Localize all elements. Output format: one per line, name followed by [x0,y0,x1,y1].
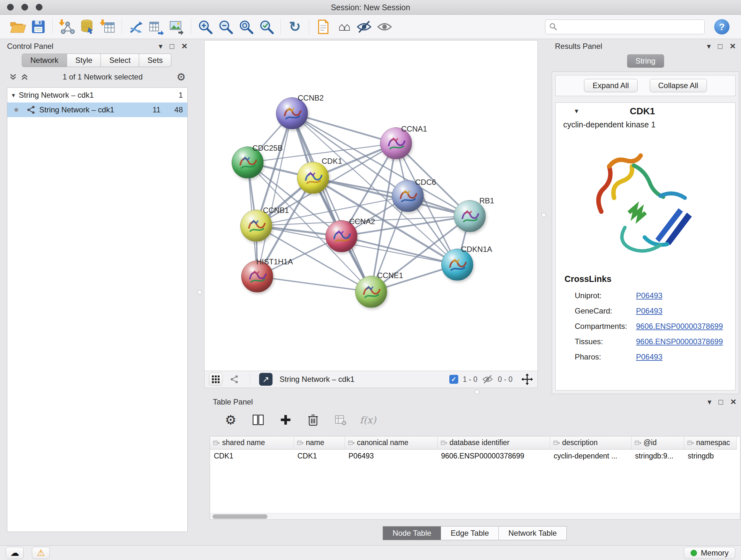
collapse-panel-icon[interactable]: ▾ [707,42,711,51]
tab-string[interactable]: String [627,54,664,68]
network-collection-row[interactable]: ▾ String Network – cdk1 1 [7,88,187,103]
expand-all-button[interactable]: Expand All [584,79,637,92]
collapse-panel-icon[interactable]: ▾ [158,42,162,51]
scrollbar-thumb[interactable] [212,514,267,519]
network-node-CCNE1[interactable] [355,276,387,308]
help-button[interactable]: ? [714,19,730,35]
tab-node-table[interactable]: Node Table [383,526,441,540]
close-panel-icon[interactable]: ✕ [181,42,188,51]
crosslink-label: Compartments: [575,322,636,331]
tab-select[interactable]: Select [101,54,139,67]
home-button[interactable]: ⌂⌂ [333,17,354,37]
cell-shared-name[interactable]: CDK1 [210,449,293,462]
table-settings-button[interactable]: ⚙ [222,412,239,428]
warnings-button[interactable]: ⚠ [32,547,50,559]
network-options-gear-icon[interactable]: ⚙ [177,71,186,83]
import-table-button[interactable] [97,17,118,37]
column-header-id[interactable]: @id [631,436,684,449]
string-results-box: Expand All Collapse All ▾ CDK1 cyclin-de… [552,71,739,394]
zoom-out-button[interactable] [215,17,236,37]
network-style-button[interactable] [227,373,241,386]
tab-network[interactable]: Network [22,54,67,67]
homes-icon: ⌂⌂ [338,20,349,34]
export-image-button[interactable] [166,17,187,37]
import-network-database-button[interactable] [77,17,97,37]
save-session-button[interactable] [28,17,49,37]
function-builder-button: f(x) [360,412,376,428]
cell-database-identifier[interactable]: 9606.ENSP00000378699 [437,449,550,462]
table-panel-title: Table Panel [213,397,253,407]
collapse-all-icon[interactable] [20,73,29,81]
birds-eye-grid-button[interactable] [209,373,222,386]
show-all-button[interactable] [374,17,395,37]
cloud-status-button[interactable]: ☁ [6,547,23,559]
column-header-canonical-name[interactable]: canonical name [345,436,437,449]
column-header-namespace[interactable]: namespac [684,436,737,449]
export-network-button[interactable] [146,17,166,37]
window-minimize-button[interactable] [21,4,28,10]
annotations-button[interactable] [313,17,333,37]
memory-button[interactable]: Memory [684,547,735,559]
search-input[interactable] [561,22,700,31]
close-panel-icon[interactable]: ✕ [730,42,736,51]
import-network-file-button[interactable] [57,17,77,37]
column-header-description[interactable]: description [550,436,631,449]
splitter-grip-left[interactable] [197,290,202,295]
column-header-database-identifier[interactable]: database identifier [437,436,550,449]
selected-count: 1 - 0 [463,375,477,384]
network-row-selected[interactable]: String Network – cdk1 11 48 [7,103,187,117]
delete-column-button[interactable] [305,412,321,428]
protein-thumbnail [355,276,387,308]
crosslink-link[interactable]: P06493 [636,307,663,315]
maximize-panel-icon[interactable]: □ [170,42,174,51]
crosslink-link[interactable]: 9606.ENSP00000378699 [636,322,723,331]
cell-canonical-name[interactable]: P06493 [345,449,437,462]
hide-selected-button[interactable] [354,17,374,37]
column-type-icon [441,440,447,446]
window-close-button[interactable] [7,4,14,10]
network-from-selection-button[interactable] [126,17,146,37]
table-row[interactable]: CDK1 CDK1 P06493 9606.ENSP00000378699 cy… [210,449,737,462]
cell-description[interactable]: cyclin-dependent ... [550,449,631,462]
crosslink-link[interactable]: P06493 [636,291,663,300]
tab-edge-table[interactable]: Edge Table [441,526,499,540]
tab-style[interactable]: Style [67,54,101,67]
selected-checkbox[interactable]: ✓ [449,375,458,384]
tree-expand-icon[interactable]: ▾ [12,91,15,99]
expand-all-icon[interactable] [9,73,17,81]
results-panel-header: Results Panel ▾ □ ✕ [551,40,740,52]
add-column-button[interactable] [277,412,294,428]
show-columns-button[interactable] [250,412,266,428]
network-share-icon [26,105,36,114]
column-header-name[interactable]: name [293,436,345,449]
maximize-panel-icon[interactable]: □ [718,397,723,407]
collapse-panel-icon[interactable]: ▾ [708,397,711,407]
close-panel-icon[interactable]: ✕ [730,397,737,407]
pan-crosshair-icon[interactable] [522,374,533,385]
horizontal-scrollbar[interactable] [210,513,740,519]
open-in-window-button[interactable]: ↗ [259,373,273,386]
tab-sets[interactable]: Sets [139,54,172,67]
cell-namespace[interactable]: stringdb [684,449,737,462]
splitter-grip-right[interactable] [541,212,546,217]
window-zoom-button[interactable] [36,4,43,10]
zoom-in-button[interactable] [195,17,215,37]
collapse-gene-icon[interactable]: ▾ [575,107,578,115]
splitter-grip-horizontal[interactable] [475,389,479,394]
open-session-button[interactable] [8,17,28,37]
zoom-selected-button[interactable] [256,17,277,37]
column-header-shared-name[interactable]: shared name [210,436,293,449]
tab-network-table[interactable]: Network Table [499,526,567,540]
zoom-fit-button[interactable] [236,17,256,37]
apply-layout-button[interactable]: ↻ [285,17,305,37]
collapse-all-button[interactable]: Collapse All [650,79,707,92]
crosslink-link[interactable]: P06493 [636,353,663,361]
cell-id[interactable]: stringdb:9... [631,449,684,462]
crosslink-row: GeneCard: P06493 [556,303,735,319]
crosslink-link[interactable]: 9606.ENSP00000378699 [636,337,723,346]
network-canvas[interactable]: CCNB2 CCNA1 CDC25B CDK1 CDC6 RB1 CCNB1 C… [204,40,538,371]
network-node-CDK1[interactable] [297,162,329,194]
cell-name[interactable]: CDK1 [293,449,345,462]
check-icon: ✓ [451,375,457,383]
maximize-panel-icon[interactable]: □ [718,42,723,51]
